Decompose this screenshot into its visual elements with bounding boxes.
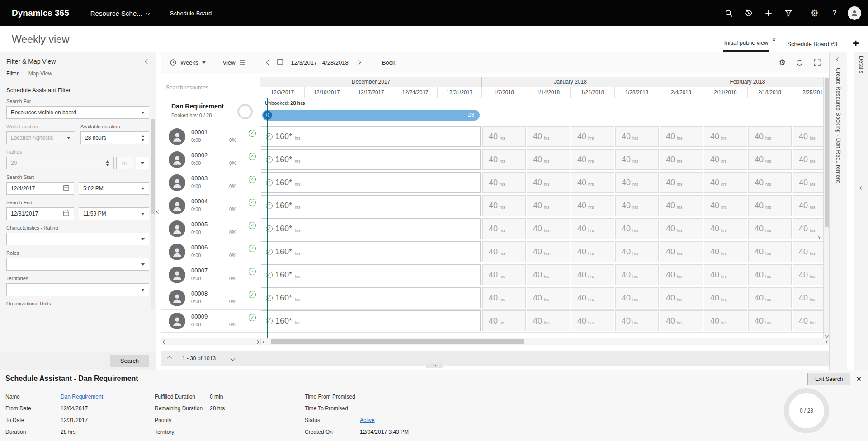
search-end-time-select[interactable]: 11:59 PM: [79, 207, 149, 220]
resource-timeline-lane[interactable]: ✓160*hrs40hrs40hrs40hrs40hrs40hrs40hrs40…: [260, 148, 823, 171]
panel-drag-handle[interactable]: [426, 363, 443, 368]
week-availability-cell[interactable]: 40hrs: [571, 310, 614, 331]
tab-schedule-board-3[interactable]: Schedule Board #3: [786, 41, 838, 52]
calendar-icon[interactable]: [63, 184, 70, 192]
details-panel-collapsed[interactable]: Details: [854, 52, 868, 370]
search-start-date[interactable]: 12/4/2017: [6, 182, 74, 195]
week-availability-cell[interactable]: 40hrs: [571, 218, 614, 239]
timeline-scrollbar[interactable]: [261, 338, 829, 345]
available-duration-stepper[interactable]: 28 hours: [80, 131, 149, 144]
week-availability-cell[interactable]: 40hrs: [615, 310, 659, 331]
month-availability-cell[interactable]: ✓160*hrs: [261, 287, 481, 308]
board-settings-gear-icon[interactable]: ⚙: [779, 58, 786, 67]
detail-field-value[interactable]: Active: [360, 417, 375, 423]
collapse-left-icon[interactable]: [156, 210, 160, 214]
week-availability-cell[interactable]: 40hrs: [793, 126, 823, 147]
tab-map-view[interactable]: Map View: [28, 70, 52, 80]
resource-timeline-lane[interactable]: ✓160*hrs40hrs40hrs40hrs40hrs40hrs40hrs40…: [260, 286, 823, 310]
resource-row[interactable]: 000080:000%✓: [161, 286, 260, 310]
characteristics-rating-select[interactable]: [6, 233, 149, 245]
week-availability-cell[interactable]: 40hrs: [527, 310, 570, 331]
scrollbar-thumb[interactable]: [825, 78, 829, 227]
scroll-left-icon[interactable]: [262, 340, 266, 343]
resource-row[interactable]: 000090:000%✓: [161, 310, 260, 333]
week-availability-cell[interactable]: 40hrs: [660, 126, 703, 147]
resource-row[interactable]: 000050:000%✓: [161, 217, 260, 240]
week-availability-cell[interactable]: 40hrs: [748, 287, 792, 308]
close-panel-icon[interactable]: ✕: [856, 375, 862, 383]
detail-field-value[interactable]: Dan Requirement: [61, 394, 103, 400]
scroll-right-icon[interactable]: [824, 340, 828, 343]
recent-history-icon[interactable]: [739, 0, 759, 26]
week-header[interactable]: 12/17/2017: [349, 87, 393, 98]
week-availability-cell[interactable]: 40hrs: [482, 287, 526, 308]
week-availability-cell[interactable]: 40hrs: [571, 172, 614, 193]
week-availability-cell[interactable]: 40hrs: [793, 287, 823, 308]
week-availability-cell[interactable]: 40hrs: [571, 149, 614, 170]
week-availability-cell[interactable]: 40hrs: [527, 149, 570, 170]
filter-icon[interactable]: [778, 0, 798, 26]
close-tab-icon[interactable]: ✕: [772, 37, 776, 43]
resource-row[interactable]: 000010:000%✓: [161, 125, 260, 148]
week-availability-cell[interactable]: 40hrs: [704, 218, 747, 239]
month-availability-cell[interactable]: ✓160*hrs: [261, 126, 481, 147]
tab-initial-public-view[interactable]: Initial public view ✕: [723, 39, 769, 52]
week-availability-cell[interactable]: 40hrs: [748, 126, 792, 147]
week-header[interactable]: 12/31/2017: [438, 87, 482, 98]
week-availability-cell[interactable]: 40hrs: [482, 241, 526, 262]
calendar-icon[interactable]: [63, 210, 70, 218]
week-availability-cell[interactable]: 40hrs: [660, 172, 703, 193]
week-availability-cell[interactable]: 40hrs: [748, 310, 792, 331]
week-availability-cell[interactable]: 40hrs: [615, 218, 659, 239]
week-availability-cell[interactable]: 40hrs: [660, 149, 703, 170]
week-availability-cell[interactable]: 40hrs: [793, 149, 823, 170]
search-end-date[interactable]: 12/31/2017: [6, 207, 74, 220]
week-header[interactable]: 2/4/2018: [659, 87, 703, 98]
week-availability-cell[interactable]: 40hrs: [660, 287, 703, 308]
week-availability-cell[interactable]: 40hrs: [660, 195, 703, 216]
expand-panel-icon[interactable]: [836, 57, 840, 61]
week-header[interactable]: 1/28/2018: [615, 87, 659, 98]
week-availability-cell[interactable]: 40hrs: [704, 149, 747, 170]
unbooked-demand-bar[interactable]: 0 28: [262, 110, 480, 121]
week-availability-cell[interactable]: 40hrs: [527, 264, 570, 285]
requirement-lane[interactable]: Unbooked: 28 hrs 0 28: [260, 98, 823, 125]
month-availability-cell[interactable]: ✓160*hrs: [261, 264, 481, 285]
tab-filter[interactable]: Filter: [6, 70, 19, 80]
week-availability-cell[interactable]: 40hrs: [615, 126, 659, 147]
week-availability-cell[interactable]: 40hrs: [571, 264, 614, 285]
week-availability-cell[interactable]: 40hrs: [571, 287, 614, 308]
week-availability-cell[interactable]: 40hrs: [793, 310, 823, 331]
week-availability-cell[interactable]: 40hrs: [660, 310, 703, 331]
week-availability-cell[interactable]: 40hrs: [748, 241, 792, 262]
search-for-select[interactable]: Resources visible on board: [6, 106, 149, 119]
week-availability-cell[interactable]: 40hrs: [704, 310, 747, 331]
panel-splitter[interactable]: [156, 52, 161, 370]
radius-unit-select[interactable]: [136, 157, 149, 169]
search-start-time-select[interactable]: 5:02 PM: [79, 182, 149, 195]
stepper-arrows[interactable]: [141, 135, 145, 141]
resources-scrollbar[interactable]: [161, 338, 261, 345]
week-availability-cell[interactable]: 40hrs: [704, 241, 747, 262]
create-booking-panel-collapsed[interactable]: Create Resource Booking - Dan Requiremen…: [829, 52, 847, 370]
date-range-label[interactable]: 12/3/2017 - 4/28/2018: [291, 59, 348, 66]
exit-search-button[interactable]: Exit Search: [807, 373, 850, 385]
add-board-tab-button[interactable]: +: [853, 38, 859, 49]
week-availability-cell[interactable]: 40hrs: [704, 126, 747, 147]
resource-timeline-lane[interactable]: ✓160*hrs40hrs40hrs40hrs40hrs40hrs40hrs40…: [260, 125, 823, 148]
week-availability-cell[interactable]: 40hrs: [571, 195, 614, 216]
week-availability-cell[interactable]: 40hrs: [615, 241, 659, 262]
settings-gear-icon[interactable]: ⚙: [805, 0, 825, 26]
scale-dropdown[interactable]: Weeks: [170, 59, 206, 66]
scrollbar-thumb[interactable]: [271, 339, 524, 344]
resource-search-input[interactable]: [161, 77, 260, 98]
search-icon[interactable]: [719, 0, 739, 26]
resource-timeline-lane[interactable]: ✓160*hrs40hrs40hrs40hrs40hrs40hrs40hrs40…: [260, 171, 823, 194]
view-switcher[interactable]: View: [223, 59, 246, 66]
week-availability-cell[interactable]: 40hrs: [704, 172, 747, 193]
book-button[interactable]: Book: [382, 59, 396, 66]
week-availability-cell[interactable]: 40hrs: [748, 195, 792, 216]
week-availability-cell[interactable]: 40hrs: [571, 126, 614, 147]
week-availability-cell[interactable]: 40hrs: [527, 241, 570, 262]
brand-dynamics365[interactable]: Dynamics 365: [0, 8, 81, 18]
